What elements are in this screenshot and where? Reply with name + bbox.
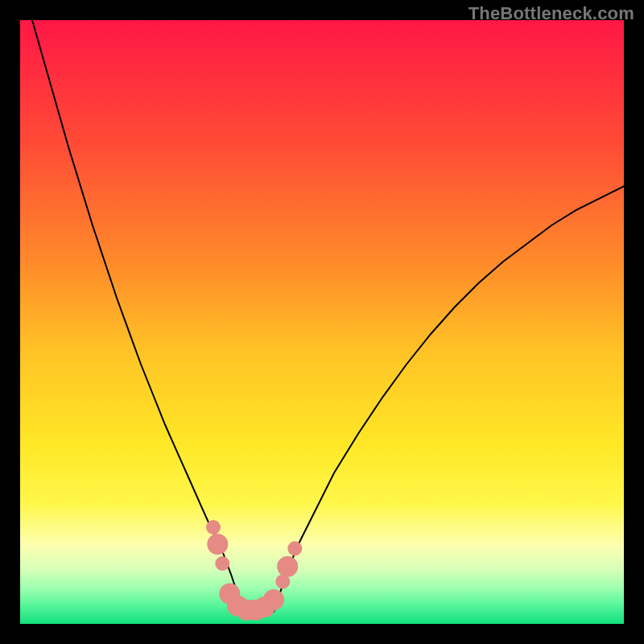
chart-frame: TheBottleneck.com xyxy=(0,0,644,644)
chart-background xyxy=(20,20,624,624)
marker-dot xyxy=(287,541,302,555)
marker-dot xyxy=(277,556,298,577)
marker-dot xyxy=(263,589,284,610)
marker-dot xyxy=(215,556,229,571)
chart-svg xyxy=(20,20,624,624)
marker-dot xyxy=(206,520,221,535)
marker-dot xyxy=(207,534,228,555)
plot-area xyxy=(20,20,624,624)
